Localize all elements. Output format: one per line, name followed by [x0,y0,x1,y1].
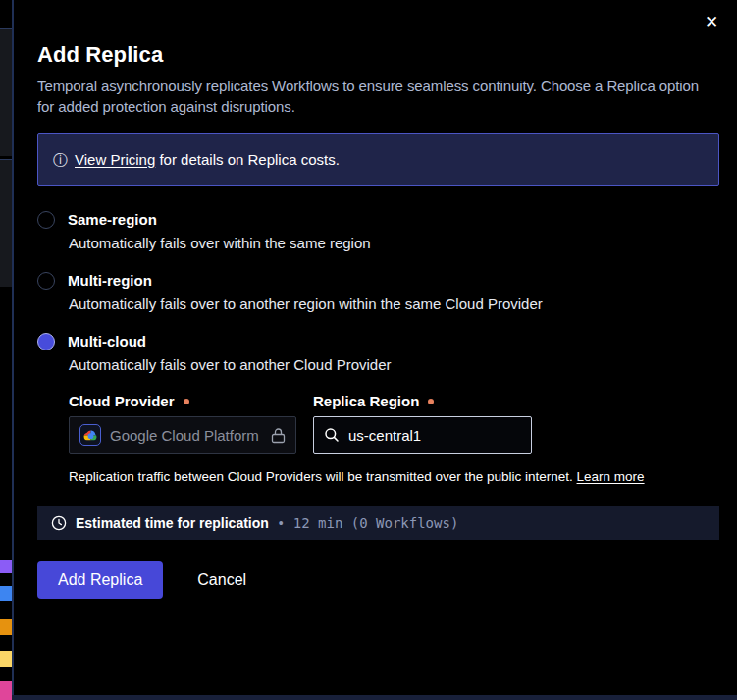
option-same-region: Same-region Automatically fails over wit… [37,211,717,251]
option-label: Same-region [68,211,157,229]
option-multi-cloud: Multi-cloud Automatically fails over to … [37,333,717,485]
replica-region-label: Replica Region [313,393,532,409]
add-replica-button[interactable]: Add Replica [37,561,163,599]
background-panel [0,28,12,156]
background-color-swatch [0,651,12,667]
dialog-actions: Add Replica Cancel [37,561,717,599]
replica-region-input[interactable]: us-central1 [313,416,532,454]
radio-unselected-icon[interactable] [37,211,55,229]
background-bottom-bar [12,695,737,700]
background-color-swatch [0,560,12,573]
option-multi-region: Multi-region Automatically fails over to… [37,272,717,312]
radio-multi-region[interactable]: Multi-region [37,272,717,290]
note-text: Replication traffic between Cloud Provid… [69,469,573,484]
close-icon[interactable]: ✕ [698,8,725,35]
learn-more-link[interactable]: Learn more [577,469,645,484]
radio-unselected-icon[interactable] [37,272,55,290]
cloud-provider-label: Cloud Provider [69,393,296,409]
multi-cloud-form: Cloud Provider [69,393,717,454]
field-label-text: Replica Region [313,393,419,409]
background-panel [0,159,12,287]
estimate-value: 12 min (0 Workflows) [293,515,459,531]
info-icon: ⓘ [53,152,68,167]
option-description: Automatically fails over to another Clou… [69,356,717,373]
estimated-time-banner: Estimated time for replication • 12 min … [37,506,719,540]
option-description: Automatically fails over to another regi… [69,296,717,312]
view-pricing-link[interactable]: View Pricing [75,151,155,168]
cancel-button[interactable]: Cancel [187,561,256,599]
option-label: Multi-cloud [68,333,146,350]
add-replica-dialog: ✕ Add Replica Temporal asynchronously re… [12,0,737,695]
dialog-title: Add Replica [37,43,717,67]
background-page-strip [0,0,12,700]
estimate-separator: • [279,515,284,531]
replica-option-group: Same-region Automatically fails over wit… [37,211,717,485]
radio-same-region[interactable]: Same-region [37,211,717,229]
clock-icon [51,515,67,531]
pricing-banner-text: for details on Replica costs. [155,151,340,168]
option-description: Automatically fails over within the same… [69,235,717,251]
field-label-text: Cloud Provider [69,393,175,409]
lock-icon [271,427,286,444]
background-color-swatch [0,586,12,601]
estimate-label: Estimated time for replication [76,515,269,531]
background-color-swatch [0,681,12,700]
option-label: Multi-region [68,272,152,290]
pricing-info-banner: ⓘ View Pricing for details on Replica co… [37,133,719,186]
cloud-provider-select[interactable]: Google Cloud Platform [69,416,296,454]
cloud-provider-field: Cloud Provider [69,393,296,454]
dialog-description: Temporal asynchronously replicates Workf… [37,76,716,117]
dialog-content: Add Replica Temporal asynchronously repl… [14,43,737,599]
radio-multi-cloud[interactable]: Multi-cloud [37,333,717,350]
google-cloud-icon [79,424,101,446]
background-color-swatch [0,619,12,635]
radio-selected-icon[interactable] [37,333,55,350]
required-dot [428,399,434,404]
search-icon [324,427,340,443]
cloud-provider-value: Google Cloud Platform [110,427,259,444]
replica-region-field: Replica Region us-central1 [313,393,532,454]
required-dot [184,399,189,404]
public-internet-note: Replication traffic between Cloud Provid… [69,469,717,485]
replica-region-value: us-central1 [348,427,421,444]
